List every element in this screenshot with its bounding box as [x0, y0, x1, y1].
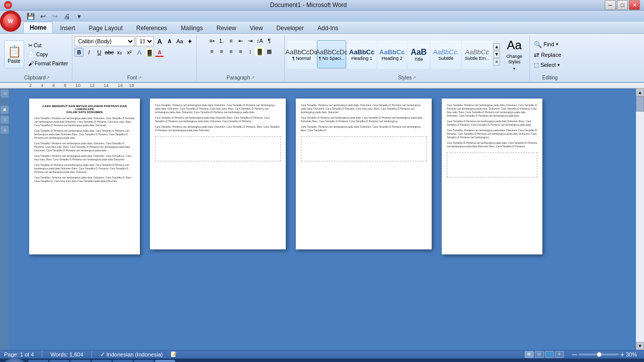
select-button[interactable]: ⬚ Select ▾: [532, 61, 563, 69]
align-left-button[interactable]: ≡: [207, 47, 216, 56]
zoom-slider[interactable]: [579, 353, 619, 355]
zoom-level[interactable]: 30%: [626, 351, 640, 357]
style-scroll-down-button[interactable]: ▼: [493, 51, 500, 58]
sort-button[interactable]: ↕A: [255, 36, 264, 45]
tab-review[interactable]: Review: [210, 22, 243, 33]
side-icon-down[interactable]: ▽: [1, 116, 9, 124]
document-area[interactable]: CARA MENGIPUT DAN BNTASI HALAMAN PORTRAI…: [9, 88, 636, 350]
align-center-button[interactable]: ≡: [217, 47, 226, 56]
align-right-button[interactable]: ≡: [226, 47, 235, 56]
multilevel-button[interactable]: ≡: [226, 36, 235, 45]
editing-content: 🔍 Find ▾ ⇄ Replace ⬚ Select ▾: [532, 36, 568, 74]
tab-references[interactable]: References: [130, 22, 174, 33]
style-more-button[interactable]: ≡: [493, 58, 500, 65]
view-print-button[interactable]: ⊞: [525, 351, 534, 358]
italic-button[interactable]: I: [85, 48, 94, 57]
increase-indent-button[interactable]: ⇥: [246, 36, 255, 45]
font-name-select[interactable]: Calibri (Body): [74, 36, 135, 46]
style-normal-button[interactable]: AaBbCcDc ¶ Normal: [287, 40, 316, 68]
language-status[interactable]: ✓ Indonesian (Indonesia): [100, 351, 163, 358]
style-subtitle-button[interactable]: AaBbCc. Subtitle: [431, 40, 461, 68]
change-case-button[interactable]: Aa: [175, 37, 184, 46]
style-title-button[interactable]: AaB Title: [408, 40, 430, 68]
zoom-in-button[interactable]: +: [620, 350, 624, 358]
start-button[interactable]: 🪟: [2, 358, 27, 362]
tab-developer[interactable]: Developer: [270, 22, 310, 33]
copy-button[interactable]: 📄 Copy: [26, 50, 70, 59]
qa-undo-button[interactable]: ↩: [37, 11, 48, 22]
font-shrink-button[interactable]: A: [165, 37, 174, 46]
bullets-button[interactable]: ≡•: [207, 36, 216, 45]
subscript-button[interactable]: x₂: [115, 48, 124, 57]
styles-expand-icon[interactable]: ↗: [413, 75, 416, 80]
qa-save-button[interactable]: 💾: [25, 11, 36, 22]
change-styles-button[interactable]: Aa Change Styles ▾: [501, 36, 527, 73]
window-controls[interactable]: ─ □ ✕: [605, 0, 640, 10]
maximize-button[interactable]: □: [617, 0, 628, 10]
bold-button[interactable]: B: [74, 48, 84, 57]
qa-print-button[interactable]: 🖨: [61, 11, 72, 22]
view-outline-button[interactable]: ≡: [555, 351, 564, 358]
style-subtle-button[interactable]: AaBbCc Subtle Em...: [462, 40, 492, 68]
taskbar-app-firefox[interactable]: 🦊: [92, 360, 112, 362]
shading-button[interactable]: ▓: [255, 47, 264, 56]
font-grow-button[interactable]: A: [155, 37, 164, 46]
tab-view[interactable]: View: [244, 22, 270, 33]
close-button[interactable]: ✕: [629, 0, 640, 10]
taskbar-app-wmplayer[interactable]: ▶: [134, 360, 154, 362]
taskbar-app-explorer[interactable]: 📁: [28, 360, 48, 362]
font-color-button[interactable]: A: [155, 48, 164, 57]
style-nospace-button[interactable]: AaBbCcDc ¶ No Spaci...: [317, 40, 346, 68]
side-icon-browse[interactable]: ▣: [1, 106, 9, 114]
justify-button[interactable]: ≡: [236, 47, 245, 56]
taskbar-app-word[interactable]: W: [155, 360, 175, 362]
line-spacing-button[interactable]: ↕: [246, 47, 255, 56]
tab-mailings[interactable]: Mailings: [174, 22, 209, 33]
style-heading1-button[interactable]: AaBbCc Heading 1: [347, 40, 376, 68]
decrease-indent-button[interactable]: ⇤: [236, 36, 245, 45]
font-expand-icon[interactable]: ↗: [138, 75, 142, 80]
show-marks-button[interactable]: ¶: [265, 36, 274, 45]
style-heading2-button[interactable]: AaBbCc Heading 2: [377, 40, 407, 68]
text-highlight-button[interactable]: ▓: [145, 48, 154, 57]
paste-button[interactable]: 📋 Paste: [4, 40, 24, 68]
page-info[interactable]: Page: 1 of 4: [4, 351, 34, 357]
clipboard-expand-icon[interactable]: ↗: [46, 75, 50, 80]
style-scroll-up-button[interactable]: ▲: [493, 43, 500, 50]
taskbar-app-chrome[interactable]: 🌐: [49, 360, 69, 362]
format-painter-button[interactable]: 🖌 Format Painter: [26, 59, 70, 67]
zoom-thumb[interactable]: [597, 352, 602, 357]
qa-redo-button[interactable]: ↪: [49, 11, 60, 22]
side-icon-1[interactable]: ◁: [1, 89, 9, 98]
cut-button[interactable]: ✂ Cut: [26, 41, 70, 50]
superscript-button[interactable]: x²: [125, 48, 134, 57]
strikethrough-button[interactable]: abc: [105, 48, 114, 57]
find-button[interactable]: 🔍 Find ▾: [532, 40, 563, 49]
zoom-out-button[interactable]: ─: [572, 350, 577, 358]
text-effects-button[interactable]: A: [135, 48, 144, 57]
qa-more-button[interactable]: ▾: [73, 11, 85, 22]
scroll-up-button[interactable]: ▲: [636, 88, 644, 97]
replace-button[interactable]: ⇄ Replace: [532, 50, 563, 60]
side-icon-up[interactable]: △: [1, 126, 9, 134]
font-size-select[interactable]: 11: [136, 36, 154, 46]
tab-page-layout[interactable]: Page Layout: [82, 22, 129, 33]
minimize-button[interactable]: ─: [605, 0, 616, 10]
office-button[interactable]: W: [0, 11, 21, 32]
borders-button[interactable]: ▦: [265, 47, 274, 56]
scroll-track[interactable]: [636, 97, 644, 342]
scroll-thumb[interactable]: [636, 97, 644, 112]
tab-add-ins[interactable]: Add-Ins: [311, 22, 345, 33]
paragraph-expand-icon[interactable]: ↗: [251, 75, 255, 80]
view-fullscreen-button[interactable]: ⊡: [535, 351, 544, 358]
scroll-down-button[interactable]: ▼: [636, 342, 644, 350]
underline-button[interactable]: U: [95, 48, 104, 57]
numbering-button[interactable]: 1.: [217, 36, 226, 45]
word-count[interactable]: Words: 1,604: [50, 351, 83, 357]
taskbar-app-ie[interactable]: e: [70, 360, 91, 362]
clear-format-button[interactable]: ✦: [185, 37, 194, 46]
tab-insert[interactable]: Insert: [53, 22, 82, 33]
view-web-button[interactable]: 🌐: [545, 351, 554, 358]
taskbar-app-explorer2[interactable]: 📂: [113, 360, 133, 362]
tab-home[interactable]: Home: [23, 22, 53, 33]
